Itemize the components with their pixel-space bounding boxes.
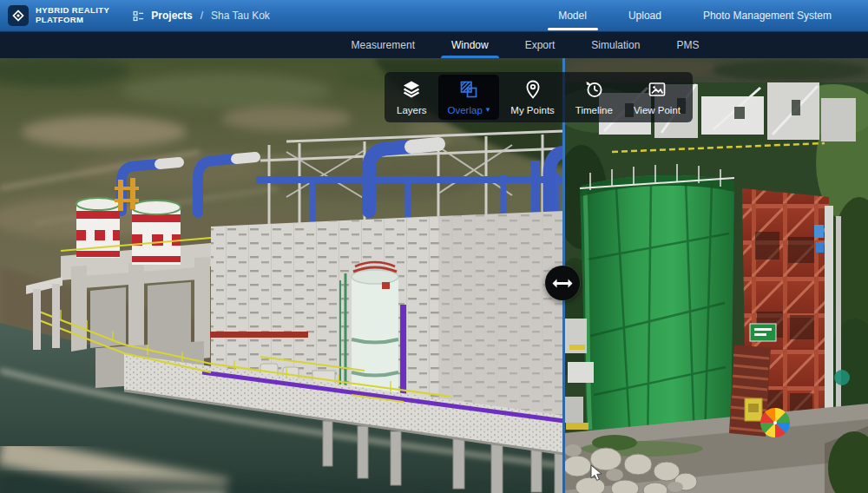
toolbar-view-point-button[interactable]: View Point [624, 75, 690, 120]
tab-window[interactable]: Window [439, 32, 501, 58]
app-logo[interactable]: HYBRID REALITY PLATFORM [0, 5, 109, 26]
toolbar-timeline-button[interactable]: Timeline [566, 75, 622, 120]
breadcrumb-projects[interactable]: Projects [151, 10, 192, 22]
model-view-pane[interactable] [0, 58, 564, 493]
photo-view-pane[interactable] [564, 58, 868, 493]
tab-simulation[interactable]: Simulation [579, 32, 652, 58]
projects-icon [132, 10, 145, 23]
tab-measurement[interactable]: Measurement [339, 32, 427, 58]
breadcrumb-separator: / [201, 10, 203, 22]
breadcrumb-project-name: Sha Tau Kok [211, 10, 270, 22]
viewer-toolbar: Layers Overlap ▾ [385, 72, 693, 122]
top-menu: Model Upload Photo Management System [537, 0, 868, 31]
tab-export[interactable]: Export [513, 32, 568, 58]
top-header: HYBRID REALITY PLATFORM Projects / Sha T… [0, 0, 868, 32]
toolbar-my-points-button[interactable]: My Points [501, 75, 564, 120]
horizontal-arrows-icon [552, 278, 573, 289]
breadcrumb: Projects / Sha Tau Kok [132, 10, 270, 23]
logo-diamond-icon [8, 5, 29, 26]
menu-item-upload[interactable]: Upload [608, 0, 682, 31]
view-point-image-icon [646, 79, 668, 103]
toolbar-layers-button[interactable]: Layers [387, 75, 437, 120]
menu-item-model[interactable]: Model [537, 0, 608, 31]
layers-icon [400, 79, 423, 103]
map-pin-icon [522, 79, 544, 103]
compare-viewer: Layers Overlap ▾ [0, 58, 868, 493]
logo-text: HYBRID REALITY PLATFORM [36, 6, 109, 25]
divider-drag-handle[interactable] [545, 266, 580, 300]
menu-item-photo-management-system[interactable]: Photo Management System [682, 0, 852, 31]
toolbar-overlap-button[interactable]: Overlap ▾ [438, 75, 500, 120]
timeline-clock-icon [582, 79, 605, 103]
overlap-icon [457, 79, 480, 103]
model-subnav: Measurement Window Export Simulation PMS [0, 32, 868, 58]
hybrid-reality-platform-app: HYBRID REALITY PLATFORM Projects / Sha T… [0, 0, 868, 493]
tab-pms[interactable]: PMS [664, 32, 711, 58]
dropdown-caret-icon: ▾ [486, 105, 490, 114]
